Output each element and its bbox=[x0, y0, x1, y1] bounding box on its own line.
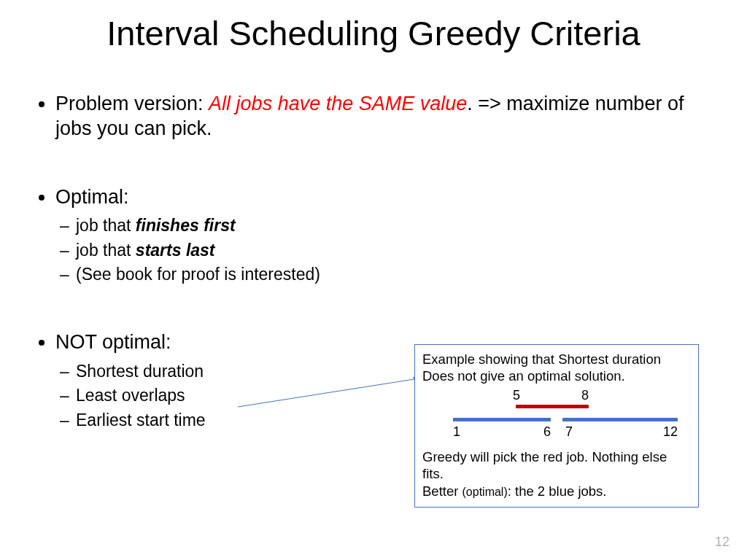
text: job that bbox=[76, 216, 136, 235]
bar-blue-right bbox=[562, 418, 678, 421]
num-1: 1 bbox=[453, 424, 460, 440]
bar-red bbox=[516, 405, 589, 408]
text: Better bbox=[422, 483, 462, 499]
num-7: 7 bbox=[565, 424, 573, 440]
num-8: 8 bbox=[581, 387, 589, 404]
num-12: 12 bbox=[663, 424, 678, 440]
slide: Interval Scheduling Greedy Criteria Prob… bbox=[0, 0, 747, 560]
bullet-problem-version: Problem version: All jobs have the SAME … bbox=[55, 92, 706, 141]
sub-finishes-first: job that finishes first bbox=[76, 214, 706, 238]
slide-title: Interval Scheduling Greedy Criteria bbox=[0, 13, 747, 53]
emph-same-value: All jobs have the SAME value bbox=[209, 93, 467, 114]
interval-diagram: 5 8 1 6 7 12 bbox=[422, 387, 691, 444]
example-callout: Example showing that Shortest duration D… bbox=[414, 344, 699, 508]
page-number: 12 bbox=[715, 534, 729, 550]
sub-see-book: (See book for proof is interested) bbox=[76, 262, 706, 287]
example-footer1: Greedy will pick the red job. Nothing el… bbox=[422, 448, 691, 482]
spacer bbox=[55, 292, 706, 324]
sublist-optimal: job that finishes first job that starts … bbox=[55, 214, 706, 287]
emph-starts-last: starts last bbox=[136, 241, 215, 260]
text-small: (optimal) bbox=[462, 486, 508, 498]
sub-starts-last: job that starts last bbox=[76, 238, 706, 262]
text: job that bbox=[76, 241, 136, 260]
num-6: 6 bbox=[543, 424, 551, 440]
example-line1: Example showing that Shortest duration bbox=[422, 351, 691, 368]
num-5: 5 bbox=[513, 387, 520, 404]
bar-blue-left bbox=[453, 418, 551, 421]
text: Problem version: bbox=[55, 93, 209, 114]
text: NOT optimal: bbox=[55, 331, 171, 353]
bullet-optimal: Optimal: job that finishes first job tha… bbox=[55, 185, 706, 287]
text: : the 2 blue jobs. bbox=[508, 483, 607, 499]
emph-finishes-first: finishes first bbox=[136, 216, 236, 235]
example-footer2: Better (optimal): the 2 blue jobs. bbox=[422, 483, 691, 499]
text: Optimal: bbox=[55, 186, 129, 208]
spacer bbox=[55, 147, 706, 179]
example-line2: Does not give an optimal solution. bbox=[422, 368, 691, 384]
